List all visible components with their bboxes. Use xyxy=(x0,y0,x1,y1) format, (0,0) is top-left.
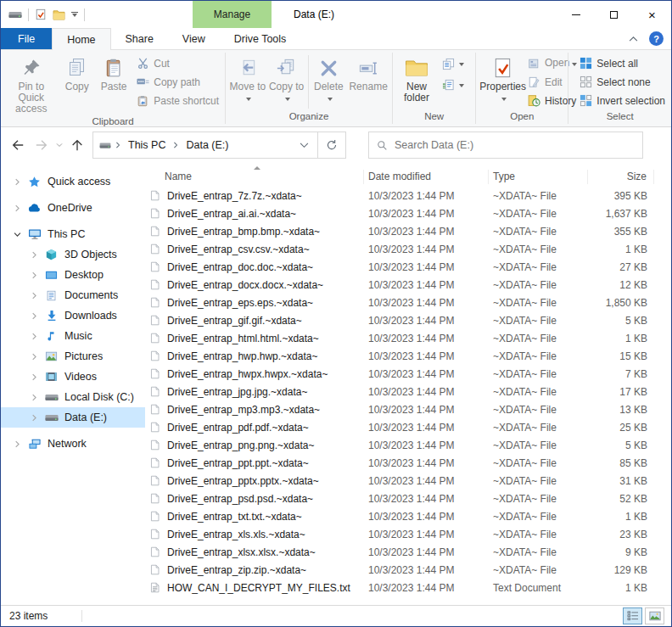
file-row[interactable]: DriveE_entrap_gif.gif.~xdata~10/3/2023 1… xyxy=(145,311,671,329)
select-none-button[interactable]: Select none xyxy=(579,75,665,89)
sidebar-item-pictures[interactable]: Pictures xyxy=(1,346,145,367)
manage-context-tab[interactable]: Manage xyxy=(193,1,272,28)
sidebar-item-documents[interactable]: Documents xyxy=(1,285,145,305)
cut-button[interactable]: Cut xyxy=(136,56,219,70)
tab-share[interactable]: Share xyxy=(111,28,168,49)
help-button[interactable]: ? xyxy=(649,31,664,46)
chevron-right-icon[interactable] xyxy=(30,312,38,320)
file-row[interactable]: DriveE_entrap_pdf.pdf.~xdata~10/3/2023 1… xyxy=(145,418,671,436)
column-header-type[interactable]: Type xyxy=(489,170,588,184)
chevron-right-icon[interactable] xyxy=(30,272,38,279)
column-header-date-modified[interactable]: Date modified xyxy=(364,170,489,184)
file-row[interactable]: DriveE_entrap_xlsx.xlsx.~xdata~10/3/2023… xyxy=(145,543,671,561)
minimize-button[interactable] xyxy=(557,1,595,28)
details-view-button[interactable] xyxy=(623,607,642,624)
copy-path-button[interactable]: Copy path xyxy=(136,75,219,89)
file-date-modified: 10/3/2023 1:44 PM xyxy=(364,529,489,540)
recent-locations-button[interactable] xyxy=(53,142,65,148)
address-bar[interactable]: This PC Data (E:) xyxy=(92,132,318,159)
sidebar-item-quick-access[interactable]: Quick access xyxy=(1,171,145,192)
file-row[interactable]: DriveE_entrap_png.png.~xdata~10/3/2023 1… xyxy=(145,436,671,454)
sidebar-item-music[interactable]: Music xyxy=(1,326,145,346)
chevron-right-icon[interactable] xyxy=(30,394,38,401)
chevron-right-icon[interactable] xyxy=(13,440,21,448)
breadcrumb-this-pc[interactable]: This PC xyxy=(123,132,171,158)
properties-icon[interactable] xyxy=(35,8,47,20)
file-row[interactable]: DriveE_entrap_7z.7z.~xdata~10/3/2023 1:4… xyxy=(145,187,671,204)
file-row[interactable]: DriveE_entrap_doc.doc.~xdata~10/3/2023 1… xyxy=(145,258,671,276)
sidebar-item-videos[interactable]: Videos xyxy=(1,367,145,387)
file-row[interactable]: DriveE_entrap_hwpx.hwpx.~xdata~10/3/2023… xyxy=(145,365,671,383)
maximize-button[interactable] xyxy=(595,1,633,28)
easy-access-button[interactable] xyxy=(441,78,464,92)
sidebar-item-onedrive[interactable]: OneDrive xyxy=(1,198,145,218)
tab-home[interactable]: Home xyxy=(52,28,110,50)
file-row[interactable]: DriveE_entrap_jpg.jpg.~xdata~10/3/2023 1… xyxy=(145,383,671,400)
copy-to-button[interactable]: Copy to xyxy=(267,53,306,105)
forward-button[interactable] xyxy=(30,132,53,158)
collapse-ribbon-icon[interactable] xyxy=(629,36,638,42)
file-row[interactable]: DriveE_entrap_ai.ai.~xdata~10/3/2023 1:4… xyxy=(145,204,671,222)
column-header-size[interactable]: Size xyxy=(588,170,654,184)
file-row[interactable]: DriveE_entrap_hwp.hwp.~xdata~10/3/2023 1… xyxy=(145,347,671,365)
breadcrumb-chevron-icon[interactable] xyxy=(113,142,123,148)
breadcrumb-chevron-icon[interactable] xyxy=(171,142,181,148)
ribbon-group-organize: Move to Copy to Delete Rename Organize xyxy=(226,50,392,126)
search-box[interactable]: Search Data (E:) xyxy=(368,132,643,159)
file-row[interactable]: DriveE_entrap_csv.csv.~xdata~10/3/2023 1… xyxy=(145,240,671,258)
folder-icon[interactable] xyxy=(53,9,65,20)
back-button[interactable] xyxy=(6,132,30,158)
file-row[interactable]: DriveE_entrap_ppt.ppt.~xdata~10/3/2023 1… xyxy=(145,454,671,472)
close-button[interactable]: × xyxy=(633,1,671,28)
file-row[interactable]: DriveE_entrap_mp3.mp3.~xdata~10/3/2023 1… xyxy=(145,400,671,418)
new-item-button[interactable] xyxy=(441,57,464,71)
column-header-name[interactable]: Name xyxy=(145,170,364,184)
sidebar-item-local-disk-c[interactable]: Local Disk (C:) xyxy=(1,387,145,407)
pin-to-quick-access-button[interactable]: Pin to Quick access xyxy=(3,53,59,116)
copy-button[interactable]: Copy xyxy=(59,53,95,94)
delete-button[interactable]: Delete xyxy=(311,53,348,105)
rename-button[interactable]: Rename xyxy=(347,53,389,94)
chevron-right-icon[interactable] xyxy=(30,414,38,422)
select-all-button[interactable]: Select all xyxy=(579,56,665,70)
move-to-button[interactable]: Move to xyxy=(228,53,267,105)
tab-view[interactable]: View xyxy=(168,28,220,49)
chevron-right-icon[interactable] xyxy=(30,353,38,361)
sidebar-item-network[interactable]: Network xyxy=(1,434,145,454)
file-row[interactable]: HOW_CAN_I_DECRYPT_MY_FILES.txt10/3/2023 … xyxy=(145,579,671,596)
file-row[interactable]: DriveE_entrap_txt.txt.~xdata~10/3/2023 1… xyxy=(145,507,671,525)
paste-button[interactable]: Paste xyxy=(95,53,132,94)
file-row[interactable]: DriveE_entrap_bmp.bmp.~xdata~10/3/2023 1… xyxy=(145,222,671,240)
file-row[interactable]: DriveE_entrap_html.html.~xdata~10/3/2023… xyxy=(145,329,671,347)
chevron-right-icon[interactable] xyxy=(13,178,21,186)
chevron-right-icon[interactable] xyxy=(30,373,38,381)
file-row[interactable]: DriveE_entrap_eps.eps.~xdata~10/3/2023 1… xyxy=(145,294,671,311)
sidebar-item-this-pc[interactable]: This PC xyxy=(1,224,145,244)
sidebar-item-desktop[interactable]: Desktop xyxy=(1,265,145,285)
breadcrumb-data-e[interactable]: Data (E:) xyxy=(181,132,233,158)
thumbnails-view-button[interactable] xyxy=(645,607,664,624)
chevron-right-icon[interactable] xyxy=(30,292,38,300)
file-row[interactable]: DriveE_entrap_xls.xls.~xdata~10/3/2023 1… xyxy=(145,525,671,543)
chevron-down-icon[interactable] xyxy=(13,231,21,238)
sidebar-item-3d-objects[interactable]: 3D Objects xyxy=(1,244,145,265)
tab-file[interactable]: File xyxy=(1,28,52,49)
toolbar-dropdown-icon[interactable] xyxy=(71,12,78,17)
chevron-right-icon[interactable] xyxy=(30,333,38,340)
chevron-right-icon[interactable] xyxy=(13,204,21,212)
file-row[interactable]: DriveE_entrap_psd.psd.~xdata~10/3/2023 1… xyxy=(145,490,671,507)
sidebar-item-downloads[interactable]: Downloads xyxy=(1,305,145,326)
file-row[interactable]: DriveE_entrap_docx.docx.~xdata~10/3/2023… xyxy=(145,276,671,294)
refresh-button[interactable] xyxy=(318,132,346,159)
tab-drive-tools[interactable]: Drive Tools xyxy=(220,28,301,49)
file-row[interactable]: DriveE_entrap_pptx.pptx.~xdata~10/3/2023… xyxy=(145,472,671,490)
up-button[interactable] xyxy=(65,132,89,158)
sidebar-item-data-e[interactable]: Data (E:) xyxy=(1,407,145,428)
properties-button[interactable]: Properties xyxy=(479,53,527,105)
invert-selection-button[interactable]: Invert selection xyxy=(579,93,665,108)
new-folder-button[interactable]: New folder xyxy=(395,53,438,105)
chevron-right-icon[interactable] xyxy=(30,251,38,259)
address-dropdown-icon[interactable] xyxy=(291,132,317,158)
paste-shortcut-button[interactable]: Paste shortcut xyxy=(136,93,219,108)
file-row[interactable]: DriveE_entrap_zip.zip.~xdata~10/3/2023 1… xyxy=(145,561,671,579)
